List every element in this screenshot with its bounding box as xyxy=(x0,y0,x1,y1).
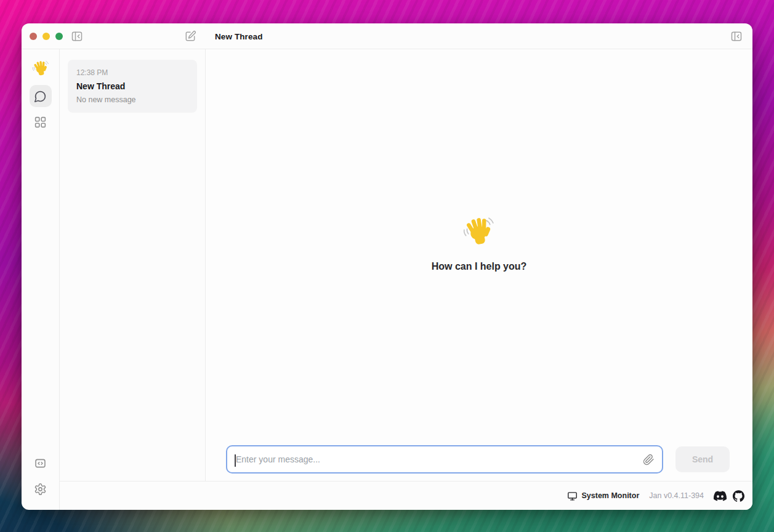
system-monitor-button[interactable]: System Monitor xyxy=(567,491,640,501)
panel-collapse-left-icon xyxy=(71,30,83,42)
thread-time: 12:38 PM xyxy=(76,68,188,77)
new-thread-button[interactable] xyxy=(180,26,200,46)
message-input[interactable] xyxy=(227,446,643,472)
monitor-icon xyxy=(567,491,578,501)
app-version: Jan v0.4.11-394 xyxy=(649,491,704,500)
rail-item-hub[interactable] xyxy=(30,111,52,133)
app-window: New Thread xyxy=(22,23,752,510)
rail-item-local-api-server[interactable] xyxy=(30,452,52,474)
status-footer: System Monitor Jan v0.4.11-394 xyxy=(60,481,752,510)
attach-file-button[interactable] xyxy=(643,454,655,465)
waving-hand-emoji xyxy=(463,214,495,246)
github-icon xyxy=(733,490,744,502)
collapse-left-panel-button[interactable] xyxy=(67,26,87,46)
discord-icon xyxy=(714,490,727,502)
compose-icon xyxy=(184,30,196,42)
message-composer: Send xyxy=(226,445,730,474)
rail-item-threads[interactable] xyxy=(30,85,52,107)
hub-grid-icon xyxy=(34,116,47,129)
rail-item-settings[interactable] xyxy=(30,478,52,500)
settings-gear-icon xyxy=(34,483,47,496)
empty-thread-greeting: How can I help you? xyxy=(432,214,527,272)
thread-subtitle: No new message xyxy=(76,95,188,104)
chat-threads-icon xyxy=(34,90,47,103)
left-rail xyxy=(22,49,60,510)
github-link[interactable] xyxy=(733,490,744,502)
panel-collapse-right-icon xyxy=(730,30,743,42)
page-title: New Thread xyxy=(215,23,263,49)
collapse-right-panel-button[interactable] xyxy=(727,26,746,46)
thread-list-item[interactable]: 12:38 PM New Thread No new message xyxy=(68,60,197,113)
system-monitor-label: System Monitor xyxy=(582,491,640,500)
minimize-window-button[interactable] xyxy=(42,33,50,40)
text-caret xyxy=(235,454,236,467)
close-window-button[interactable] xyxy=(30,33,37,40)
message-input-box xyxy=(226,445,663,474)
discord-link[interactable] xyxy=(714,490,727,502)
zoom-window-button[interactable] xyxy=(55,33,63,40)
thread-title: New Thread xyxy=(76,81,188,91)
greeting-text: How can I help you? xyxy=(432,261,527,272)
chat-main-area: How can I help you? xyxy=(206,49,752,481)
titlebar: New Thread xyxy=(22,23,752,49)
wave-logo-icon xyxy=(32,59,49,76)
send-button[interactable]: Send xyxy=(675,446,730,472)
traffic-lights xyxy=(30,33,63,40)
paperclip-icon xyxy=(643,454,655,465)
local-api-server-icon xyxy=(34,457,47,470)
thread-list-panel: 12:38 PM New Thread No new message xyxy=(60,49,206,481)
